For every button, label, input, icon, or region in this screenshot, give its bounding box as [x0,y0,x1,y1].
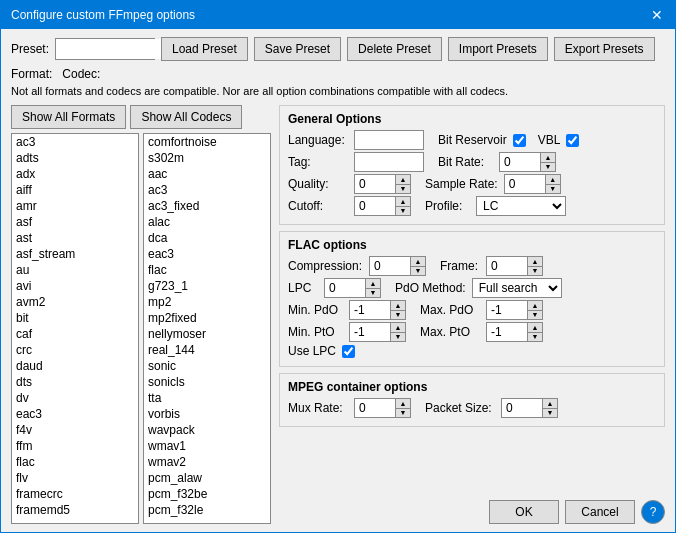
list-item[interactable]: amr [12,198,138,214]
list-item[interactable]: mp2 [144,294,270,310]
list-item[interactable]: g723_1 [144,278,270,294]
list-item[interactable]: comfortnoise [144,134,270,150]
frame-spin-down[interactable]: ▼ [528,267,542,276]
cutoff-spin-up[interactable]: ▲ [396,197,410,207]
list-item[interactable]: wmav1 [144,438,270,454]
mux-rate-spin-down[interactable]: ▼ [396,409,410,418]
show-all-formats-button[interactable]: Show All Formats [11,105,126,129]
list-item[interactable]: wavpack [144,422,270,438]
cutoff-input[interactable] [355,197,395,215]
list-item[interactable]: pcm_alaw [144,470,270,486]
list-item[interactable]: aiff [12,182,138,198]
cutoff-spin-down[interactable]: ▼ [396,207,410,216]
list-item[interactable]: aac [144,166,270,182]
packet-size-spin-down[interactable]: ▼ [543,409,557,418]
list-item[interactable]: sonic [144,358,270,374]
list-item[interactable]: eac3 [144,246,270,262]
list-item[interactable]: flac [144,262,270,278]
mux-rate-spin-up[interactable]: ▲ [396,399,410,409]
list-item[interactable]: ffm [12,438,138,454]
mux-rate-spin[interactable]: ▲ ▼ [354,398,411,418]
list-item[interactable]: ac3 [144,182,270,198]
list-item[interactable]: real_144 [144,342,270,358]
cutoff-spin[interactable]: ▲ ▼ [354,196,411,216]
packet-size-spin[interactable]: ▲ ▼ [501,398,558,418]
max-pto-input[interactable] [487,323,527,341]
close-button[interactable]: ✕ [649,7,665,23]
min-pdo-spin[interactable]: ▲ ▼ [349,300,406,320]
min-pdo-input[interactable] [350,301,390,319]
list-item[interactable]: framecrc [12,486,138,502]
show-all-codecs-button[interactable]: Show All Codecs [130,105,242,129]
compression-spin-down[interactable]: ▼ [411,267,425,276]
delete-preset-button[interactable]: Delete Preset [347,37,442,61]
list-item[interactable]: vorbis [144,406,270,422]
list-item[interactable]: framemd5 [12,502,138,518]
quality-input[interactable] [355,175,395,193]
list-item[interactable]: avi [12,278,138,294]
list-item[interactable]: mp2fixed [144,310,270,326]
min-pto-spin-down[interactable]: ▼ [391,333,405,342]
list-item[interactable]: bit [12,310,138,326]
min-pdo-spin-down[interactable]: ▼ [391,311,405,320]
packet-size-spin-up[interactable]: ▲ [543,399,557,409]
max-pdo-spin-up[interactable]: ▲ [528,301,542,311]
sample-rate-spin[interactable]: ▲ ▼ [504,174,561,194]
list-item[interactable]: dca [144,230,270,246]
compression-input[interactable] [370,257,410,275]
list-item[interactable]: ac3 [12,134,138,150]
max-pdo-spin-down[interactable]: ▼ [528,311,542,320]
list-item[interactable]: flac [12,454,138,470]
bit-rate-spin[interactable]: ▲ ▼ [499,152,556,172]
save-preset-button[interactable]: Save Preset [254,37,341,61]
preset-combo[interactable]: ▼ [55,38,155,60]
sample-rate-spin-down[interactable]: ▼ [546,185,560,194]
list-item[interactable]: dts [12,374,138,390]
list-item[interactable]: sonicls [144,374,270,390]
vbl-checkbox[interactable] [566,134,579,147]
frame-spin[interactable]: ▲ ▼ [486,256,543,276]
lpc-spin-down[interactable]: ▼ [366,289,380,298]
cancel-button[interactable]: Cancel [565,500,635,524]
list-item[interactable]: alac [144,214,270,230]
list-item[interactable]: au [12,262,138,278]
pdo-method-select[interactable]: Full search Levinson Cholesky [472,278,562,298]
list-item[interactable]: ast [12,230,138,246]
language-input[interactable] [354,130,424,150]
lpc-input[interactable] [325,279,365,297]
frame-input[interactable] [487,257,527,275]
list-item[interactable]: avm2 [12,294,138,310]
list-item[interactable]: wmav2 [144,454,270,470]
list-item[interactable]: dv [12,390,138,406]
ok-button[interactable]: OK [489,500,559,524]
packet-size-input[interactable] [502,399,542,417]
max-pto-spin[interactable]: ▲ ▼ [486,322,543,342]
list-item[interactable]: caf [12,326,138,342]
max-pto-spin-down[interactable]: ▼ [528,333,542,342]
bit-rate-spin-down[interactable]: ▼ [541,163,555,172]
list-item[interactable]: adts [12,150,138,166]
quality-spin[interactable]: ▲ ▼ [354,174,411,194]
list-item[interactable]: crc [12,342,138,358]
frame-spin-up[interactable]: ▲ [528,257,542,267]
compression-spin[interactable]: ▲ ▼ [369,256,426,276]
lpc-spin-up[interactable]: ▲ [366,279,380,289]
list-item[interactable]: f4v [12,422,138,438]
bit-reservoir-checkbox[interactable] [513,134,526,147]
min-pto-input[interactable] [350,323,390,341]
bit-rate-input[interactable] [500,153,540,171]
min-pto-spin-up[interactable]: ▲ [391,323,405,333]
list-item[interactable]: asf_stream [12,246,138,262]
quality-spin-down[interactable]: ▼ [396,185,410,194]
export-presets-button[interactable]: Export Presets [554,37,655,61]
import-presets-button[interactable]: Import Presets [448,37,548,61]
list-item[interactable]: flv [12,470,138,486]
compression-spin-up[interactable]: ▲ [411,257,425,267]
list-item[interactable]: asf [12,214,138,230]
formats-list[interactable]: ac3 adts adx aiff amr asf ast asf_stream… [11,133,139,524]
min-pdo-spin-up[interactable]: ▲ [391,301,405,311]
help-button[interactable]: ? [641,500,665,524]
use-lpc-checkbox[interactable] [342,345,355,358]
sample-rate-input[interactable] [505,175,545,193]
list-item[interactable]: pcm_f32le [144,502,270,518]
